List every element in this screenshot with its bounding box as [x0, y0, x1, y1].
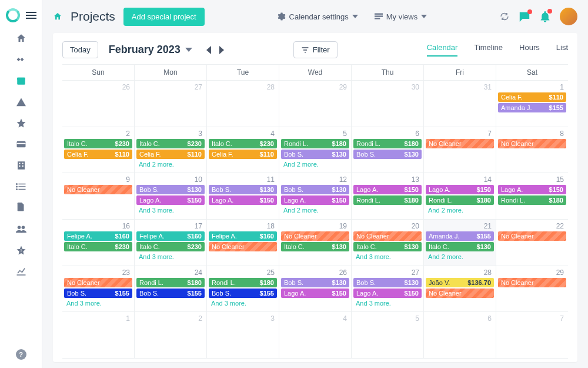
help-icon[interactable]: ? [16, 349, 26, 360]
calendar-cell[interactable]: 27Bob S.$130Lago A.$150And 3 more. [352, 266, 424, 313]
calendar-settings-dropdown[interactable]: Calendar settings [278, 12, 358, 21]
nav-alert[interactable] [16, 97, 26, 107]
calendar-cell[interactable]: 15Lago A.$150Rondi L.$180 [496, 173, 568, 220]
event-chip[interactable]: Bob S.$130 [281, 278, 349, 287]
calendar-cell[interactable]: 22No Cleaner [496, 220, 568, 266]
calendar-cell[interactable]: 4 [279, 312, 352, 359]
calendar-cell[interactable]: 18Felipe A.$160No Cleaner [207, 220, 279, 266]
view-tab-timeline[interactable]: Timeline [474, 43, 503, 57]
event-chip[interactable]: Lago A.$150 [426, 185, 494, 194]
calendar-cell[interactable]: 26 [62, 81, 135, 127]
event-chip[interactable]: Italo C.$230 [209, 139, 277, 148]
event-chip[interactable]: Bob S.$155 [209, 289, 277, 298]
calendar-cell[interactable]: 7No Cleaner [424, 127, 496, 174]
event-chip[interactable]: Bob S.$130 [136, 185, 205, 194]
event-chip[interactable]: Italo C.$230 [64, 139, 132, 148]
view-tab-calendar[interactable]: Calendar [427, 43, 458, 57]
event-chip[interactable]: Rondi L.$180 [281, 139, 349, 148]
event-chip[interactable]: João V.$136.70 [426, 278, 494, 287]
calendar-cell[interactable]: 27 [135, 81, 207, 127]
calendar-cell[interactable]: 6 [424, 312, 496, 359]
show-more-link[interactable]: And 3 more. [209, 299, 277, 307]
calendar-cell[interactable]: 9No Cleaner [62, 173, 135, 220]
filter-button[interactable]: Filter [293, 41, 338, 58]
calendar-cell[interactable]: 17Felipe A.$160Italo C.$230And 3 more. [135, 220, 207, 266]
event-chip[interactable]: Felipe A.$160 [209, 231, 277, 241]
event-chip[interactable]: Rondi L.$180 [209, 278, 277, 287]
event-chip[interactable]: Lago A.$150 [281, 195, 349, 205]
calendar-cell[interactable]: 10Bob S.$130Lago A.$150And 3 more. [135, 173, 207, 220]
event-chip[interactable]: No Cleaner [498, 278, 566, 287]
calendar-cell[interactable]: 1 [62, 312, 135, 359]
home-icon[interactable] [53, 12, 62, 21]
event-chip[interactable]: Amanda J.$155 [498, 103, 566, 112]
calendar-cell[interactable]: 23No CleanerBob S.$155And 3 more. [62, 266, 135, 313]
view-tab-list[interactable]: List [556, 43, 568, 57]
today-button[interactable]: Today [62, 41, 98, 58]
event-chip[interactable]: Lago A.$150 [281, 289, 349, 298]
chat-icon[interactable] [519, 11, 530, 22]
user-avatar[interactable] [560, 8, 577, 25]
event-chip[interactable]: Lago A.$150 [136, 195, 205, 205]
event-chip[interactable]: Bob S.$130 [353, 278, 422, 287]
event-chip[interactable]: Celia F.$110 [64, 150, 132, 159]
calendar-cell[interactable]: 12Bob S.$130Lago A.$150And 2 more. [279, 173, 352, 220]
event-chip[interactable]: Italo C.$230 [136, 242, 205, 251]
event-chip[interactable]: Italo C.$130 [281, 242, 349, 251]
event-chip[interactable]: Celia F.$110 [136, 150, 205, 159]
calendar-cell[interactable]: 2Italo C.$230Celia F.$110 [62, 127, 135, 174]
show-more-link[interactable]: And 2 more. [281, 206, 349, 214]
refresh-icon[interactable] [500, 12, 509, 21]
event-chip[interactable]: Lago A.$150 [353, 289, 422, 298]
calendar-cell[interactable]: 5Rondi L.$180Bob S.$130And 2 more. [279, 127, 352, 174]
show-more-link[interactable]: And 3 more. [64, 299, 132, 307]
event-chip[interactable]: No Cleaner [281, 231, 349, 241]
show-more-link[interactable]: And 3 more. [136, 206, 205, 214]
calendar-cell[interactable]: 4Italo C.$230Celia F.$110 [207, 127, 279, 174]
event-chip[interactable]: No Cleaner [209, 242, 277, 251]
event-chip[interactable]: No Cleaner [353, 231, 422, 241]
menu-icon[interactable] [26, 12, 36, 19]
nav-handshake[interactable] [16, 54, 26, 65]
view-tab-hours[interactable]: Hours [519, 43, 540, 57]
nav-chart[interactable] [16, 266, 26, 277]
calendar-cell[interactable]: 3 [207, 312, 279, 359]
event-chip[interactable]: Italo C.$230 [136, 139, 205, 148]
event-chip[interactable]: Bob S.$130 [281, 185, 349, 194]
calendar-cell[interactable]: 7 [496, 312, 568, 359]
nav-card[interactable] [16, 139, 26, 150]
calendar-cell[interactable]: 31 [424, 81, 496, 127]
calendar-cell[interactable]: 21Amanda J.$155Italo C.$130And 2 more. [424, 220, 496, 266]
event-chip[interactable]: Rondi L.$180 [353, 139, 422, 148]
calendar-cell[interactable]: 20No CleanerItalo C.$130And 3 more. [352, 220, 424, 266]
calendar-cell[interactable]: 24Rondi L.$180Bob S.$155 [135, 266, 207, 313]
event-chip[interactable]: Rondi L.$180 [136, 278, 205, 287]
show-more-link[interactable]: And 2 more. [426, 206, 494, 214]
nav-calendar[interactable] [16, 75, 26, 86]
nav-home[interactable] [16, 33, 26, 44]
event-chip[interactable]: Amanda J.$155 [426, 231, 494, 241]
calendar-cell[interactable]: 14Lago A.$150Rondi L.$180And 2 more. [424, 173, 496, 220]
calendar-cell[interactable]: 6Rondi L.$180Bob S.$130 [352, 127, 424, 174]
calendar-cell[interactable]: 26Bob S.$130Lago A.$150 [279, 266, 352, 313]
nav-star[interactable] [16, 118, 26, 128]
event-chip[interactable]: No Cleaner [498, 139, 566, 148]
show-more-link[interactable]: And 3 more. [353, 299, 422, 307]
event-chip[interactable]: Italo C.$130 [426, 242, 494, 251]
event-chip[interactable]: Celia F.$110 [209, 150, 277, 159]
nav-list[interactable] [16, 181, 26, 192]
nav-badge[interactable]: 1 [16, 245, 26, 256]
calendar-cell[interactable]: 3Italo C.$230Celia F.$110And 2 more. [135, 127, 207, 174]
show-more-link[interactable]: And 3 more. [353, 253, 422, 261]
calendar-cell[interactable]: 16Felipe A.$160Italo C.$230 [62, 220, 135, 266]
event-chip[interactable]: Rondi L.$180 [353, 195, 422, 205]
event-chip[interactable]: No Cleaner [498, 231, 566, 241]
event-chip[interactable]: Celia F.$110 [498, 92, 566, 102]
calendar-cell[interactable]: 25Rondi L.$180Bob S.$155And 3 more. [207, 266, 279, 313]
show-more-link[interactable]: And 2 more. [426, 253, 494, 261]
my-views-dropdown[interactable]: My views [375, 12, 427, 21]
calendar-cell[interactable]: 28João V.$136.70No Cleaner [424, 266, 496, 313]
event-chip[interactable]: Lago A.$150 [353, 185, 422, 194]
event-chip[interactable]: Bob S.$155 [64, 289, 132, 298]
calendar-cell[interactable]: 29 [279, 81, 352, 127]
